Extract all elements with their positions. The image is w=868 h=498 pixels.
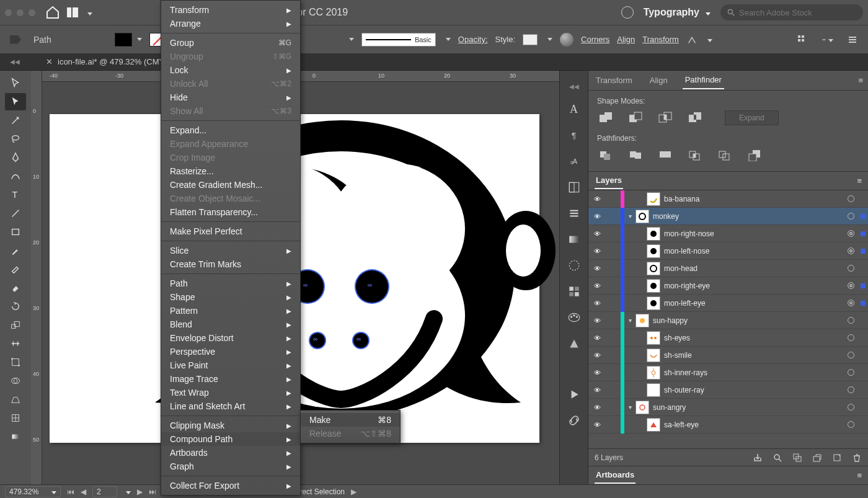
mon-right-eye-shape[interactable] (356, 270, 388, 303)
layers-menu-icon[interactable]: ≡ (857, 176, 862, 185)
target-icon[interactable] (843, 386, 858, 393)
layer-row-mon-left-nose[interactable]: mon-left-nose (588, 242, 868, 260)
links-panel-icon[interactable] (567, 414, 581, 427)
layer-row-ba-banana[interactable]: ba-banana (588, 190, 868, 208)
fill-caret[interactable] (135, 38, 142, 41)
menu-item-pattern[interactable]: Pattern▶ (161, 304, 300, 318)
layer-row-sun-happy[interactable]: ▾sun-happy (588, 312, 868, 329)
brush-caret[interactable] (347, 38, 354, 41)
isolate-icon[interactable] (686, 34, 698, 45)
target-icon[interactable] (843, 334, 858, 341)
corners-link[interactable]: Corners (581, 35, 609, 44)
first-artboard-icon[interactable]: ⏮ (67, 487, 74, 496)
visibility-toggle[interactable] (588, 402, 606, 412)
visibility-toggle[interactable] (588, 211, 606, 221)
menu-item-envelope-distort[interactable]: Envelope Distort▶ (161, 331, 300, 345)
menu-item-live-paint[interactable]: Live Paint▶ (161, 358, 300, 372)
panel-menu-icon[interactable]: ≡ (858, 76, 863, 85)
paragraph-styles-icon[interactable] (567, 207, 581, 220)
submenu-item-make[interactable]: Make⌘8 (301, 413, 400, 427)
color-panel-icon[interactable] (567, 311, 581, 324)
menu-item-shape[interactable]: Shape▶ (161, 290, 300, 304)
minus-back-icon[interactable] (746, 148, 763, 162)
expand-button[interactable]: Expand (725, 110, 779, 125)
menu-item-compound-path[interactable]: Compound Path▶ (161, 432, 300, 446)
visibility-toggle[interactable] (588, 385, 606, 394)
lasso-tool[interactable] (5, 130, 26, 148)
arrange-documents-caret[interactable] (85, 8, 92, 17)
merge-icon[interactable] (657, 148, 674, 162)
outline-icon[interactable] (716, 148, 733, 162)
gradient-panel-icon[interactable] (567, 233, 581, 246)
direct-selection-tool[interactable] (5, 93, 26, 110)
visibility-toggle[interactable] (588, 316, 606, 325)
gradient-tool[interactable] (5, 428, 26, 445)
eraser-tool[interactable] (5, 279, 26, 296)
prev-artboard-icon[interactable]: ◀ (81, 487, 86, 496)
disclosure-icon[interactable]: ▾ (624, 404, 636, 411)
visibility-toggle[interactable] (588, 333, 606, 342)
layer-row-sh-smile[interactable]: sh-smile (588, 347, 868, 364)
fill-swatch[interactable] (115, 33, 132, 47)
divide-icon[interactable] (597, 148, 614, 162)
menu-item-create-gradient-mesh-[interactable]: Create Gradient Mesh... (161, 178, 300, 192)
menu-item-collect-for-export[interactable]: Collect For Export▶ (161, 479, 300, 492)
target-icon[interactable] (843, 369, 858, 376)
ruler-vertical[interactable]: 01020304050 (31, 71, 42, 484)
recolor-icon[interactable] (560, 33, 574, 47)
close-tab-icon[interactable]: ✕ (46, 57, 53, 66)
tab-transform[interactable]: Transform (593, 72, 635, 89)
menu-item-text-wrap[interactable]: Text Wrap▶ (161, 386, 300, 399)
target-icon[interactable] (843, 247, 858, 254)
visibility-toggle[interactable] (588, 229, 606, 238)
visibility-toggle[interactable] (588, 194, 606, 203)
control-grip[interactable] (10, 35, 21, 44)
isolate-caret[interactable] (705, 35, 712, 44)
tab-layers[interactable]: Layers (595, 172, 623, 189)
style-caret[interactable] (545, 38, 552, 41)
magic-wand-tool[interactable] (5, 112, 26, 129)
menu-item-blend[interactable]: Blend▶ (161, 318, 300, 331)
menu-item-make-pixel-perfect[interactable]: Make Pixel Perfect (161, 225, 300, 238)
trim-icon[interactable] (627, 148, 644, 162)
mon-left-nose-shape[interactable] (310, 333, 325, 348)
shaper-tool[interactable] (5, 260, 26, 278)
layer-row-sun-angry[interactable]: ▾sun-angry (588, 399, 868, 416)
clip-mask-icon[interactable] (792, 453, 802, 463)
free-transform-tool[interactable] (5, 353, 26, 371)
glyphs-panel-icon[interactable] (567, 180, 581, 194)
opentype-panel-icon[interactable]: ₀A (567, 154, 581, 168)
status-caret[interactable]: ▶ (351, 487, 356, 496)
target-icon[interactable] (843, 317, 858, 324)
layer-row-sh-outer-ray[interactable]: sh-outer-ray (588, 381, 868, 399)
layer-row-mon-left-eye[interactable]: mon-left-eye (588, 295, 868, 312)
menu-item-create-trim-marks[interactable]: Create Trim Marks (161, 257, 300, 271)
target-icon[interactable] (843, 265, 858, 272)
scale-tool[interactable] (5, 316, 26, 334)
tab-align[interactable]: Align (647, 72, 670, 89)
mon-right-nose-shape[interactable] (353, 333, 368, 348)
target-icon[interactable] (843, 404, 858, 411)
target-icon[interactable] (843, 282, 858, 289)
unite-icon[interactable] (597, 110, 614, 125)
shape-builder-tool[interactable] (5, 372, 26, 389)
menu-item-group[interactable]: Group⌘G (161, 36, 300, 50)
new-sublayer-icon[interactable] (812, 453, 822, 463)
workspace-switcher[interactable]: Typography (644, 7, 711, 18)
rotate-tool[interactable] (5, 298, 26, 315)
paintbrush-tool[interactable] (5, 242, 26, 259)
search-stock[interactable] (720, 4, 863, 20)
graphic-style[interactable] (523, 34, 538, 45)
crop-icon[interactable] (686, 148, 704, 162)
window-controls[interactable] (5, 9, 35, 16)
menu-item-image-trace[interactable]: Image Trace▶ (161, 372, 300, 386)
visibility-toggle[interactable] (588, 281, 606, 290)
character-panel-icon[interactable]: A (567, 102, 581, 116)
target-icon[interactable] (843, 421, 858, 428)
new-layer-icon[interactable] (832, 453, 842, 463)
layers-list[interactable]: ba-banana▾monkeymon-right-nosemon-left-n… (588, 190, 868, 448)
curvature-tool[interactable] (5, 167, 26, 185)
export-icon[interactable] (753, 453, 763, 463)
artboard-number-caret[interactable] (123, 487, 131, 496)
opacity-link[interactable]: Opacity: (458, 35, 488, 44)
